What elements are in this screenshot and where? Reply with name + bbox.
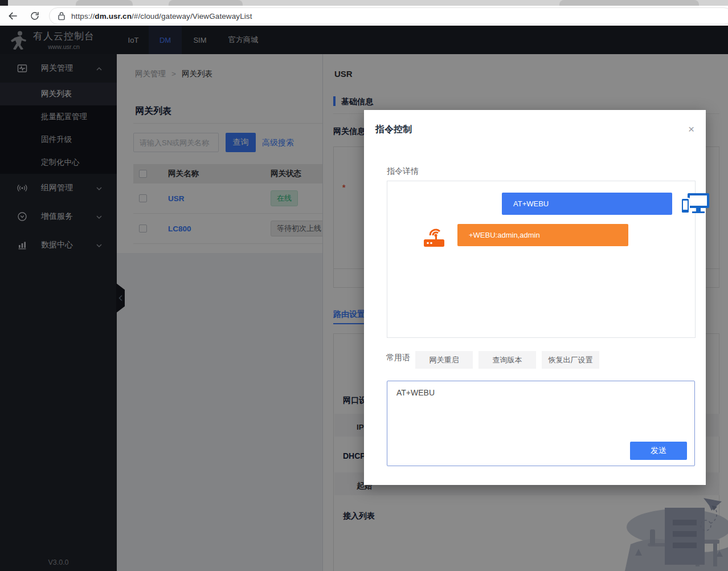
browser-tab[interactable] [169, 0, 243, 6]
quick-button-factory-reset[interactable]: 恢复出厂设置 [542, 351, 599, 369]
modal-title: 指令控制 [375, 124, 412, 136]
command-input-wrap: AT+WEBU 发送 [387, 381, 695, 466]
send-button[interactable]: 发送 [630, 442, 687, 460]
computer-icon [681, 193, 709, 215]
router-icon [422, 225, 446, 248]
browser-tab[interactable] [559, 0, 699, 6]
url-text: https://dm.usr.cn/#/cloud/gateway/ViewGa… [71, 12, 252, 21]
browser-tab[interactable] [76, 0, 133, 6]
reply-bubble: +WEBU:admin,admin [457, 224, 628, 246]
back-icon[interactable] [5, 7, 22, 25]
quick-button-query-version[interactable]: 查询版本 [478, 351, 536, 369]
command-history-box: AT+WEBU [387, 181, 696, 338]
command-control-modal: 指令控制 × 指令详情 AT+WEBU [364, 110, 706, 485]
quick-button-restart[interactable]: 网关重启 [415, 351, 473, 369]
close-icon[interactable]: × [688, 124, 694, 134]
command-detail-label: 指令详情 [387, 166, 419, 177]
browser-tab-strip [0, 0, 728, 6]
refresh-icon[interactable] [26, 7, 43, 25]
sent-command-bubble: AT+WEBU [502, 193, 672, 215]
quick-phrases-label: 常用语 [386, 353, 410, 363]
screen: https://dm.usr.cn/#/cloud/gateway/ViewGa… [0, 0, 728, 571]
browser-window-corner [0, 0, 8, 6]
lock-icon [58, 11, 66, 21]
browser-toolbar: https://dm.usr.cn/#/cloud/gateway/ViewGa… [0, 6, 728, 26]
url-bar[interactable]: https://dm.usr.cn/#/cloud/gateway/ViewGa… [49, 7, 728, 25]
